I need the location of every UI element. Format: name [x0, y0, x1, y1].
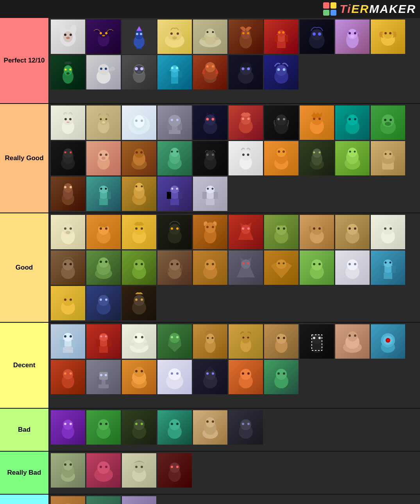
tier-label-really-good: Really Good	[0, 104, 49, 213]
tier-content-really-good	[49, 104, 420, 213]
svg-point-89	[283, 68, 286, 71]
item-p2	[86, 20, 121, 54]
svg-point-109	[171, 119, 173, 121]
svg-point-254	[390, 227, 392, 230]
svg-point-284	[313, 263, 315, 265]
svg-point-266	[135, 263, 138, 265]
svg-rect-293	[391, 266, 396, 273]
svg-point-148	[134, 148, 144, 158]
svg-point-298	[63, 295, 73, 306]
svg-point-129	[349, 118, 351, 120]
tier-row-decent: Decent	[0, 323, 420, 409]
svg-point-134	[390, 119, 392, 121]
svg-point-258	[70, 263, 72, 265]
item-p4	[157, 20, 192, 54]
svg-point-43	[313, 32, 316, 36]
item-p17	[264, 55, 298, 89]
svg-point-414	[247, 423, 250, 425]
tier-row-really-good: Really Good	[0, 104, 420, 213]
item-d13	[122, 360, 156, 394]
item-p6	[229, 20, 263, 54]
svg-point-401	[141, 423, 143, 425]
svg-point-340	[247, 337, 249, 339]
tier-label-good: Good	[0, 213, 49, 322]
svg-point-4	[64, 34, 66, 36]
tier-content-decent	[49, 323, 420, 408]
svg-point-327	[141, 336, 143, 338]
svg-point-214	[212, 188, 214, 190]
svg-point-392	[64, 423, 66, 425]
tier-label-bad: Bad	[0, 409, 49, 451]
svg-point-48	[349, 32, 351, 34]
svg-point-306	[134, 295, 145, 306]
svg-point-213	[207, 188, 209, 190]
svg-point-237	[242, 227, 244, 230]
svg-point-49	[354, 32, 356, 34]
item-p1	[51, 20, 85, 54]
item-rg23	[122, 177, 156, 211]
item-p12	[86, 55, 121, 89]
svg-point-187	[64, 186, 66, 188]
item-g16	[229, 250, 263, 285]
item-p13	[122, 55, 156, 89]
logo-cell-2	[331, 2, 337, 9]
svg-point-430	[171, 466, 173, 468]
item-g19	[335, 250, 370, 285]
svg-rect-292	[380, 266, 384, 273]
tier-row-perfect: Perfect 12/10	[0, 18, 420, 104]
item-rg25	[193, 177, 227, 211]
item-g12	[86, 250, 121, 285]
item-d4	[157, 324, 192, 359]
svg-point-373	[141, 370, 143, 372]
svg-rect-211	[214, 192, 218, 199]
item-g1	[51, 215, 85, 249]
svg-point-332	[176, 336, 179, 338]
item-rg10	[371, 105, 405, 140]
svg-point-396	[100, 423, 102, 425]
svg-point-222	[100, 227, 102, 230]
svg-point-28	[201, 37, 206, 40]
svg-point-61	[98, 64, 109, 75]
svg-point-99	[102, 121, 105, 123]
item-rg21	[51, 177, 85, 211]
svg-rect-73	[178, 71, 182, 77]
svg-point-347	[313, 337, 315, 339]
svg-rect-36	[275, 35, 278, 42]
svg-point-397	[105, 423, 107, 425]
item-d2	[86, 324, 121, 359]
svg-point-122	[283, 118, 285, 120]
svg-point-22	[172, 36, 177, 39]
svg-point-81	[212, 65, 214, 68]
svg-point-217	[64, 227, 66, 230]
svg-point-9	[100, 32, 102, 34]
svg-point-348	[318, 337, 321, 339]
svg-point-273	[205, 259, 216, 270]
item-rg16	[229, 141, 263, 175]
svg-point-375	[168, 368, 181, 380]
item-g10	[371, 215, 405, 249]
svg-point-300	[70, 298, 72, 301]
item-d11	[51, 360, 85, 394]
svg-point-218	[70, 227, 72, 230]
svg-point-241	[277, 227, 280, 230]
header: TiERMAKER	[0, 0, 420, 18]
svg-point-252	[382, 224, 393, 235]
item-rg15	[193, 141, 227, 175]
logo-cell-4	[331, 10, 337, 16]
svg-point-166	[277, 148, 286, 157]
svg-point-276	[241, 259, 250, 269]
svg-point-143	[100, 154, 102, 156]
item-rg24	[157, 177, 192, 211]
item-rg18	[300, 141, 334, 175]
svg-point-409	[206, 420, 209, 423]
svg-point-117	[242, 118, 244, 120]
svg-point-299	[64, 298, 66, 301]
item-rg9	[335, 105, 370, 140]
svg-point-121	[277, 118, 280, 120]
svg-point-322	[105, 336, 107, 338]
tier-content-good	[49, 213, 420, 322]
svg-point-75	[171, 67, 173, 69]
svg-point-426	[135, 466, 138, 468]
svg-point-33	[247, 32, 249, 34]
svg-point-17	[140, 33, 142, 35]
